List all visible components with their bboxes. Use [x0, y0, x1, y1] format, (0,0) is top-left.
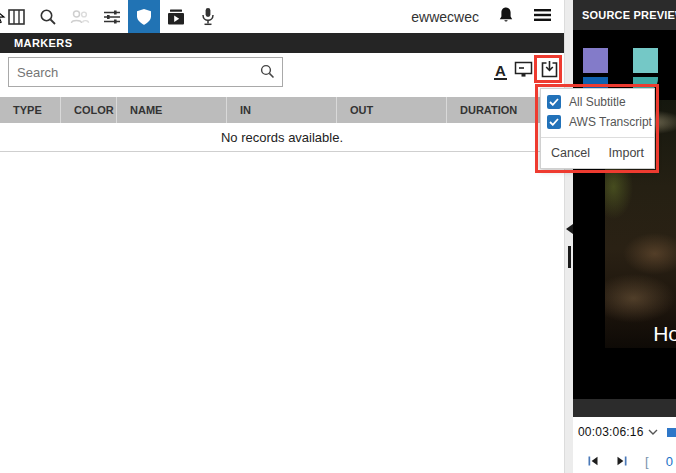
import-dropdown: All Subtitle AWS Transcript Cancel Impor…	[540, 88, 655, 169]
username[interactable]: ewwecwec	[411, 9, 479, 25]
top-toolbar: ewwecwec	[0, 0, 564, 33]
checkbox-checked-icon[interactable]	[547, 115, 561, 129]
markers-tools-group: A	[494, 60, 559, 83]
preview-timeline-bar	[573, 399, 676, 417]
checkbox-checked-icon[interactable]	[547, 95, 561, 109]
import-icon[interactable]	[540, 60, 559, 83]
markers-panel-title: MARKERS	[0, 33, 564, 53]
mark-in-icon[interactable]: [	[645, 456, 649, 468]
app-window: ewwecwec MARKERS A	[0, 0, 676, 473]
thumbnail-teal-light[interactable]	[633, 48, 658, 73]
timecode-accent-chip	[667, 428, 676, 437]
menu-icon[interactable]	[533, 7, 552, 27]
search-icon[interactable]	[32, 0, 64, 33]
source-preview-title: SOURCE PREVIEW	[573, 0, 676, 30]
previous-frame-icon[interactable]	[587, 453, 599, 471]
column-header-color[interactable]: COLOR	[61, 97, 117, 123]
search-input[interactable]	[8, 57, 283, 87]
column-header-out[interactable]: OUT	[337, 97, 447, 123]
option-aws-transcript[interactable]: AWS Transcript	[547, 115, 654, 129]
notifications-bell-icon[interactable]	[498, 6, 514, 28]
next-frame-icon[interactable]	[616, 453, 628, 471]
chevron-down-icon	[648, 429, 658, 435]
video-library-icon[interactable]	[160, 0, 192, 33]
option-label: AWS Transcript	[569, 115, 652, 129]
option-all-subtitle[interactable]: All Subtitle	[547, 95, 654, 109]
video-subtitle-text: Ho	[653, 322, 676, 346]
microphone-icon[interactable]	[192, 0, 224, 33]
transport-controls: [ 0	[587, 453, 673, 471]
text-format-icon[interactable]: A	[494, 63, 507, 80]
monitor-note-icon[interactable]	[514, 60, 533, 83]
preview-controls: 00:03:06:16	[573, 417, 676, 473]
truncated-counter: 0	[666, 456, 673, 468]
source-preview-panel: SOURCE PREVIEW Ho 00:03:06:16	[573, 0, 676, 473]
users-icon[interactable]	[64, 0, 96, 33]
table-empty-message: No records available.	[0, 123, 564, 152]
settings-sliders-icon[interactable]	[96, 0, 128, 33]
dropdown-footer: Cancel Import	[541, 137, 654, 168]
toolbar-right-group: ewwecwec	[411, 6, 564, 28]
column-header-type[interactable]: TYPE	[0, 97, 61, 123]
timecode-value: 00:03:06:16	[578, 425, 644, 439]
cancel-button[interactable]: Cancel	[551, 146, 590, 160]
panel-splitter[interactable]	[564, 0, 573, 473]
media-library-icon[interactable]	[0, 0, 32, 33]
timecode-dropdown[interactable]: 00:03:06:16	[578, 425, 658, 439]
thumbnail-purple[interactable]	[583, 48, 608, 73]
import-button[interactable]: Import	[609, 146, 644, 160]
mouse-cursor-icon	[0, 7, 6, 25]
markers-table-header: TYPE COLOR NAME IN OUT DURATION	[0, 97, 564, 123]
search-box	[8, 57, 283, 87]
column-header-in[interactable]: IN	[227, 97, 337, 123]
option-label: All Subtitle	[569, 95, 626, 109]
collapse-panel-icon[interactable]	[566, 224, 573, 234]
markers-shield-icon[interactable]	[128, 0, 160, 33]
search-magnifier-icon	[260, 64, 275, 79]
column-header-name[interactable]: NAME	[117, 97, 227, 123]
splitter-handle[interactable]	[568, 246, 571, 268]
